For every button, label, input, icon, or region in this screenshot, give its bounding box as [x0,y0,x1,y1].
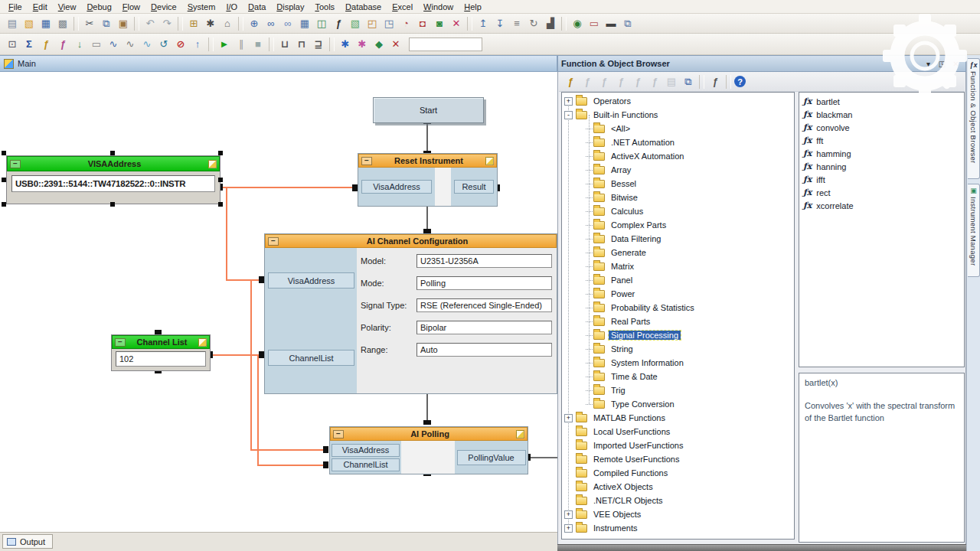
minimize-icon[interactable]: − [10,160,21,168]
tree-item-label[interactable]: Built-in Functions [591,110,660,119]
open-icon[interactable]: ▧ [21,16,37,31]
menu-item[interactable]: Excel [387,2,418,12]
tree-item-label[interactable]: Probability & Statistics [609,303,697,312]
breakpoint-icon[interactable]: ✱ [203,16,218,31]
cut-icon[interactable]: ✂ [82,16,97,31]
menu-item[interactable]: Help [459,2,487,12]
tree-item[interactable]: Real Parts [562,315,794,328]
function-item[interactable]: ƒx convolve [799,121,964,134]
selection-handle[interactable] [218,151,223,155]
channel-list-block[interactable]: − Channel List 102 [111,334,211,371]
tree-item-label[interactable]: String [609,344,635,354]
tree-item[interactable]: Trig [562,383,794,397]
panel-float-icon[interactable]: ◳ [936,58,949,70]
tree-item[interactable]: Instruments [562,521,794,535]
edit-function-icon[interactable]: ƒ [580,74,595,90]
tree-item[interactable]: Array [562,163,794,177]
tree-item-label[interactable]: Time & Date [609,372,660,381]
find-next-icon[interactable]: ∞ [280,16,296,31]
category-tree[interactable]: Operators Built-in Functions <All> .NET … [561,92,795,540]
tree-item-label[interactable]: Panel [609,276,635,285]
selection-handle[interactable] [110,151,115,155]
save-icon[interactable]: ▦ [38,16,54,31]
upload-icon[interactable]: ↑ [190,37,205,52]
tree-item[interactable]: Complex Parts [562,218,794,232]
tree-item[interactable]: Power [562,287,794,301]
expand-toggle-icon[interactable] [564,111,573,119]
xy-trace-icon[interactable]: ∿ [106,37,121,52]
visa-address-field[interactable]: USB0::2391::5144::TW47182522::0::INSTR [11,175,215,192]
main-window-titlebar[interactable]: Main [0,55,557,72]
object-icon[interactable]: ◰ [364,16,380,31]
function-item[interactable]: ƒx rect [799,186,964,199]
restore-icon[interactable] [516,430,524,439]
timer-icon[interactable]: ◔ [398,16,413,31]
debug-clear-icon[interactable]: ✕ [388,37,403,52]
function-list[interactable]: ƒx bartlet ƒx blackman ƒx convolve ƒx ff… [799,92,965,367]
tree-item[interactable]: .NET Automation [562,135,794,149]
tree-item-label[interactable]: <All> [609,124,632,133]
tree-item[interactable]: Compiled Functions [562,466,794,480]
tree-item[interactable]: Type Conversion [562,397,794,411]
tree-item[interactable]: Remote UserFunctions [562,452,794,466]
import-icon[interactable]: ↓ [72,37,87,52]
user-object-icon[interactable]: ƒ [55,37,70,52]
menu-item[interactable]: Debug [81,2,116,12]
tree-item-label[interactable]: Complex Parts [609,220,668,230]
panel-close-icon[interactable]: ✕ [949,58,962,70]
tree-item-label[interactable]: MATLAB Functions [591,413,668,422]
menu-item[interactable]: Data [243,2,271,12]
menu-item[interactable]: Database [340,2,387,12]
function-item[interactable]: ƒx hanning [799,160,964,173]
tree-item[interactable]: Calculus [562,204,794,218]
container-icon[interactable]: ▭ [89,37,104,52]
expand-toggle-icon[interactable] [564,524,573,533]
create-formula-icon[interactable]: ƒ [707,74,723,90]
secure-open-icon[interactable]: ⊔ [277,37,292,52]
tree-item[interactable]: Bitwise [562,191,794,204]
tree-item[interactable]: ActiveX Automation [562,149,794,163]
field-value[interactable]: Polling [416,276,552,290]
menu-item[interactable]: Edit [28,2,53,12]
minimize-icon[interactable]: − [361,157,372,165]
expand-toggle-icon[interactable] [564,510,573,519]
browser-panel-titlebar[interactable]: Function & Object Browser ▾ ◳ ✕ [557,55,966,72]
expand-toggle-icon[interactable] [564,97,573,106]
tree-item[interactable]: <All> [562,122,794,135]
home-icon[interactable]: ⌂ [220,16,235,31]
tree-item-label[interactable]: Matrix [609,262,636,271]
tree-item-label[interactable]: Calculus [609,207,645,216]
menu-item[interactable]: Window [418,2,459,12]
ai-channel-configuration-block[interactable]: − AI Channel Configuration VisaAddress C… [264,233,557,394]
expand-toggle-icon[interactable] [564,414,573,422]
run-icon[interactable]: ► [217,37,232,52]
new-file-icon[interactable]: ▤ [5,16,20,31]
program-canvas[interactable]: Start − Reset Instrument VisaAddress Res… [0,72,557,532]
tree-item[interactable]: Matrix [562,259,794,273]
tree-item[interactable]: Imported UserFunctions [562,439,794,452]
windows-icon[interactable]: ⧉ [620,16,635,31]
tree-item[interactable]: Panel [562,273,794,287]
function-item[interactable]: ƒx fft [799,134,964,147]
print-icon[interactable]: ▩ [55,16,70,31]
tree-item-label[interactable]: Real Parts [609,317,652,326]
input-terminal[interactable]: VisaAddress [332,444,400,457]
sql-icon[interactable]: ◙ [432,16,447,31]
copy-icon[interactable]: ⧉ [99,16,114,31]
minimize-icon[interactable]: − [333,430,344,439]
field-value[interactable]: Auto [416,343,552,357]
ai-polling-block[interactable]: − AI Polling VisaAddress ChannelList Pol… [329,426,528,474]
formula-icon[interactable]: ƒ [331,16,346,31]
tree-item[interactable]: Signal Processing [562,328,794,342]
help-icon[interactable]: ? [734,76,746,87]
input-terminal[interactable]: VisaAddress [361,180,432,194]
output-terminal[interactable]: Result [454,180,494,194]
input-terminal[interactable]: ChannelList [268,350,354,366]
waveform-icon[interactable]: ∿ [139,37,155,52]
undo-icon[interactable]: ↶ [142,16,158,31]
tree-item-label[interactable]: Local UserFunctions [591,427,672,436]
tree-item[interactable]: Built-in Functions [562,108,794,122]
rotate-icon[interactable]: ↻ [526,16,541,31]
tree-item-label[interactable]: Trig [609,386,628,395]
database-icon[interactable]: ◘ [415,16,430,31]
